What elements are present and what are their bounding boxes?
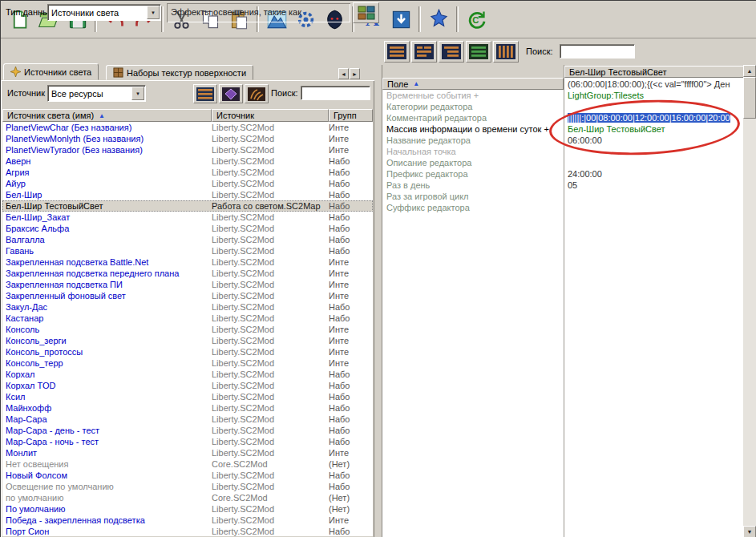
tab-scroll-left-button[interactable]: ◄	[338, 68, 349, 79]
table-row[interactable]: Бел-Шир ТестовыйСветРабота со светом.SC2…	[2, 200, 373, 212]
table-row[interactable]: ГаваньLiberty.SC2ModНабо	[2, 245, 373, 256]
table-row[interactable]: Мар-Сара - день - тестLiberty.SC2ModНабо	[2, 425, 373, 436]
table-row[interactable]: Браксис АльфаLiberty.SC2ModНабо	[2, 223, 373, 234]
value-row[interactable]	[564, 191, 744, 202]
table-row[interactable]: Закул-ДасLiberty.SC2ModНабо	[2, 301, 373, 313]
scroll-down-button[interactable]: ▼	[743, 526, 756, 537]
publish-button[interactable]: C	[462, 5, 491, 34]
light-name: PlanetViewMonlyth (Без названия)	[2, 133, 210, 144]
field-row[interactable]: Комментарий редактора	[382, 112, 564, 123]
column-header-group[interactable]: Групп	[329, 109, 373, 122]
table-row[interactable]: Бел-ШирLiberty.SC2ModНабо	[2, 189, 373, 200]
table-row[interactable]: Мар-СараLiberty.SC2ModНабо	[2, 414, 373, 425]
import-button[interactable]	[386, 5, 415, 34]
field-row[interactable]: Название редактора	[382, 135, 564, 146]
claw-icon	[248, 87, 265, 101]
table-row[interactable]: Закрепленная подсветка ПИLiberty.SC2ModИ…	[2, 279, 373, 290]
field-row[interactable]: Категории редактора	[382, 101, 564, 112]
table-row[interactable]: КастанарLiberty.SC2ModНабо	[2, 313, 373, 324]
table-row[interactable]: Консоль_зергиLiberty.SC2ModИнте	[2, 335, 373, 346]
fields-search-input[interactable]	[560, 44, 635, 59]
table-row[interactable]: МонлитLiberty.SC2ModИнте	[2, 447, 373, 458]
table-row[interactable]: МайнхоффLiberty.SC2ModНабо	[2, 402, 373, 414]
table-row[interactable]: Нет освещенияCore.SC2Mod(Нет)	[2, 458, 373, 470]
table-row[interactable]: Закрепленная подсветка переднего планаLi…	[2, 268, 373, 279]
view-default-values-button[interactable]	[466, 41, 491, 63]
light-source: Liberty.SC2Mod	[210, 436, 327, 447]
value-column-header[interactable]: Бел-Шир ТестовыйСвет	[564, 66, 744, 78]
table-row[interactable]: по умолчаниюCore.SC2Mod(Нет)	[2, 492, 373, 503]
source-dropdown[interactable]: Все ресурсы ▼	[47, 85, 146, 102]
datatype-dropdown[interactable]: Источники света ▼	[47, 4, 161, 21]
vertical-scrollbar[interactable]: ▲ ▼	[743, 65, 756, 537]
chevron-down-icon[interactable]: ▼	[147, 6, 160, 19]
field-column-header[interactable]: Поле ▲	[382, 78, 564, 90]
field-row[interactable]: Раз в день	[382, 180, 564, 191]
table-row[interactable]: PlanetViewTyrador (Без названия)Liberty.…	[2, 144, 373, 155]
light-name: Корхал TOD	[2, 380, 210, 391]
datatype-palette-button[interactable]	[353, 2, 379, 23]
table-row[interactable]: АвернLiberty.SC2ModНабо	[2, 155, 373, 167]
table-row[interactable]: АгрияLiberty.SC2ModНабо	[2, 167, 373, 178]
light-group: Набо	[327, 481, 373, 492]
field-row[interactable]: Начальная точка	[382, 146, 564, 157]
field-row[interactable]: Описание редактора	[382, 157, 564, 168]
table-row[interactable]: Порт СионLiberty.SC2ModНабо	[2, 526, 373, 536]
view-tree-button[interactable]	[439, 41, 464, 63]
scrollbar-thumb[interactable]	[743, 77, 756, 119]
table-row[interactable]: PlanetViewChar (Без названия)Liberty.SC2…	[2, 122, 373, 133]
table-row[interactable]: Бел-Шир_ЗакатLiberty.SC2ModНабо	[2, 212, 373, 223]
value-row[interactable]	[564, 146, 744, 157]
source-filter-button-2[interactable]	[219, 84, 243, 103]
table-row[interactable]: ВалгаллаLiberty.SC2ModНабо	[2, 234, 373, 245]
source-filter-button-3[interactable]	[245, 84, 269, 103]
table-row[interactable]: АйурLiberty.SC2ModНабо	[2, 178, 373, 189]
table-row[interactable]: Освещение по умолчаниюLiberty.SC2ModНабо	[2, 481, 373, 492]
table-row[interactable]: По умолчаниюLiberty.SC2Mod(Нет)	[2, 503, 373, 515]
value-row[interactable]: 06:00:00	[564, 135, 744, 146]
table-row[interactable]: Мар-Сара - ночь - тестLiberty.SC2ModНабо	[2, 436, 373, 447]
field-row[interactable]: Суффикс редактора	[382, 202, 564, 213]
view-fields-button[interactable]	[384, 41, 410, 63]
table-row[interactable]: КонсольLiberty.SC2ModИнте	[2, 324, 373, 335]
campaign-module-button[interactable]	[424, 5, 453, 34]
scroll-up-button[interactable]: ▲	[743, 65, 756, 77]
tab-light-sources[interactable]: Источники света	[3, 63, 99, 80]
field-row[interactable]: Массив информации о времени суток +	[382, 123, 564, 135]
table-row[interactable]: Консоль_протоссыLiberty.SC2ModИнте	[2, 346, 373, 357]
light-group: Инте	[327, 256, 373, 268]
table-row[interactable]: Закрепленный фоновый светLiberty.SC2ModИ…	[2, 290, 373, 301]
view-sources-button[interactable]	[493, 41, 519, 63]
light-source: Liberty.SC2Mod	[210, 526, 327, 536]
value-row[interactable]: LightGroup:Tilesets	[564, 90, 744, 101]
table-row[interactable]: PlanetViewMonlyth (Без названия)Liberty.…	[2, 133, 373, 144]
value-row[interactable]	[564, 101, 744, 112]
field-row[interactable]: Раз за игровой цикл	[382, 191, 564, 202]
search-input[interactable]	[301, 86, 370, 100]
column-header-name[interactable]: Источник света (имя) ▲	[2, 109, 212, 122]
field-row[interactable]: Временные события +	[382, 90, 564, 101]
view-raw-button[interactable]	[411, 41, 437, 63]
table-row[interactable]: Победа - закрепленная подсветкаLiberty.S…	[2, 515, 373, 526]
value-row[interactable]: Бел-Шир ТестовыйСвет	[564, 123, 744, 135]
table-row[interactable]: Закрепленная подсветка Battle.NetLiberty…	[2, 256, 373, 268]
value-row[interactable]: 05	[564, 180, 744, 191]
value-row[interactable]	[564, 157, 744, 168]
light-group: Набо	[327, 526, 373, 536]
field-row[interactable]: Префикс редактора	[382, 168, 564, 180]
value-row[interactable]: ||||||:|00|08:00:00|12:00:00|16:00:00|20…	[564, 112, 744, 123]
value-row[interactable]: 24:00:00	[564, 168, 744, 180]
table-row[interactable]: КорхалLiberty.SC2ModНабо	[2, 369, 373, 380]
table-row[interactable]: Новый ФолсомLiberty.SC2ModНабо	[2, 470, 373, 481]
tab-texture-sets[interactable]: Наборы текстур поверхности	[106, 65, 253, 80]
table-row[interactable]: КсилLiberty.SC2ModНабо	[2, 391, 373, 402]
tab-scroll-right-button[interactable]: ►	[350, 68, 360, 79]
table-row[interactable]: Корхал TODLiberty.SC2ModНабо	[2, 380, 373, 391]
chevron-down-icon[interactable]: ▼	[131, 87, 144, 100]
value-row[interactable]: (06:00:00|18:00:00);{(<c val="ffff00"> Д…	[564, 79, 744, 90]
panel-splitter[interactable]	[374, 38, 382, 537]
column-header-source[interactable]: Источник	[212, 109, 329, 122]
light-group: Набо	[327, 425, 373, 436]
source-filter-button-1[interactable]	[193, 84, 217, 103]
table-row[interactable]: Консоль_террLiberty.SC2ModИнте	[2, 357, 373, 369]
